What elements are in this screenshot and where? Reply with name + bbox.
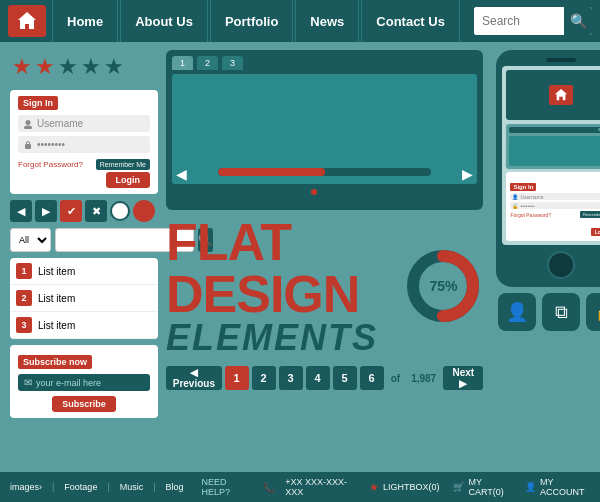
radio-off[interactable] (110, 201, 130, 221)
svg-rect-3 (25, 144, 31, 149)
svg-point-2 (24, 125, 32, 129)
list-item: 3 List item (10, 312, 158, 339)
footer-link-music[interactable]: Music (120, 482, 144, 492)
user-icon-btn[interactable]: 👤 (498, 293, 536, 331)
footer-phone: +XX XXX-XXX-XXX (285, 477, 359, 497)
page-3[interactable]: 3 (279, 366, 303, 390)
page-5[interactable]: 5 (333, 366, 357, 390)
nav-item-about[interactable]: About Us (120, 0, 208, 42)
list-label-3: List item (38, 320, 75, 331)
tab-1[interactable]: 1 (172, 56, 193, 70)
username-field: Username (18, 115, 150, 132)
page-4[interactable]: 4 (306, 366, 330, 390)
nav-item-home[interactable]: Home (52, 0, 118, 42)
filter-dropdown[interactable]: All (10, 228, 51, 252)
list-item: 1 List item (10, 258, 158, 285)
cross-btn[interactable]: ✖ (85, 200, 107, 222)
user-icon (23, 119, 33, 129)
remember-btn[interactable]: Remember Me (96, 159, 150, 170)
main-content: ★ ★ ★ ★ ★ Sign In Username •••••••• Forg… (0, 42, 600, 472)
lock-icon (23, 140, 33, 150)
phone-house-icon (554, 88, 568, 102)
account-icon: 👤 (525, 482, 536, 492)
star-5[interactable]: ★ (104, 54, 124, 80)
dot-2 (322, 189, 328, 195)
page-2[interactable]: 2 (252, 366, 276, 390)
phone-screen: Sign In 👤 Username 🔒 •••••••• Forgot Pas… (502, 66, 600, 245)
cart-label: MY CART(0) (468, 477, 511, 497)
footer-link-images[interactable]: images› (10, 482, 42, 492)
left-panel: ★ ★ ★ ★ ★ Sign In Username •••••••• Forg… (10, 50, 158, 464)
tab-2[interactable]: 2 (197, 56, 218, 70)
lock-icon-btn[interactable]: 🔒 (586, 293, 600, 331)
donut-percent: 75% (429, 278, 457, 294)
phone-home-icon (549, 85, 573, 105)
nav-logo[interactable] (8, 5, 46, 37)
icon-buttons-row: 👤 ⧉ 🔒 (498, 293, 600, 331)
right-panel: Sign In 👤 Username 🔒 •••••••• Forgot Pas… (491, 50, 600, 464)
center-panel: 1 2 3 ◀ ▶ FLAT D (166, 50, 483, 464)
footer-lightbox[interactable]: ★ LIGHTBOX(0) (369, 481, 440, 494)
list-item: 2 List item (10, 285, 158, 312)
subscribe-box: Subscribe now ✉ your e-mail here Subscri… (10, 345, 158, 418)
browser-tabs: 1 2 3 (172, 56, 477, 70)
footer-link-blog[interactable]: Blog (166, 482, 184, 492)
flat-text: FLAT (166, 216, 393, 268)
footer-account[interactable]: 👤 MY ACCOUNT (525, 477, 590, 497)
list-num-1: 1 (16, 263, 32, 279)
check-btn[interactable]: ✔ (60, 200, 82, 222)
subscribe-button[interactable]: Subscribe (52, 396, 116, 412)
phone-login-btn[interactable]: Login (591, 228, 600, 236)
phone-username-field: 👤 Username (510, 193, 600, 200)
star-1[interactable]: ★ (12, 54, 32, 80)
arrow-right[interactable]: ▶ (35, 200, 57, 222)
search-input[interactable] (474, 7, 564, 35)
nav-item-portfolio[interactable]: Portfolio (210, 0, 293, 42)
phone-login: Sign In 👤 Username 🔒 •••••••• Forgot Pas… (506, 172, 600, 241)
footer-right: ★ LIGHTBOX(0) 🛒 MY CART(0) 👤 MY ACCOUNT (369, 477, 590, 497)
flat-title-block: FLAT DESIGN ELEMENTS (166, 216, 393, 356)
tab-3[interactable]: 3 (222, 56, 243, 70)
lightbox-label: LIGHTBOX(0) (383, 482, 440, 492)
star-2[interactable]: ★ (35, 54, 55, 80)
browser-arrow-left[interactable]: ◀ (176, 166, 187, 182)
search-button[interactable]: 🔍 (564, 7, 592, 35)
phone-forgot: Forgot Password? (510, 212, 551, 218)
pagination: ◀ Previous 1 2 3 4 5 6 of 1,987 Next ▶ (166, 362, 483, 394)
nav-item-contact[interactable]: Contact Us (361, 0, 460, 42)
page-1[interactable]: 1 (225, 366, 249, 390)
duplicate-icon-btn[interactable]: ⧉ (542, 293, 580, 331)
radio-on[interactable] (133, 200, 155, 222)
prev-btn[interactable]: ◀ Previous (166, 366, 222, 390)
list-num-3: 3 (16, 317, 32, 333)
login-button[interactable]: Login (106, 172, 151, 188)
list-label-2: List item (38, 293, 75, 304)
page-total: 1,987 (411, 373, 436, 384)
phone-home-button[interactable] (547, 251, 575, 279)
nav-item-news[interactable]: News (295, 0, 359, 42)
arrow-left[interactable]: ◀ (10, 200, 32, 222)
forgot-link[interactable]: Forgot Password? (18, 160, 83, 169)
next-btn[interactable]: Next ▶ (443, 366, 483, 390)
browser-arrow-right[interactable]: ▶ (462, 166, 473, 182)
donut-chart: 75% (403, 246, 483, 326)
navbar: Home About Us Portfolio News Contact Us … (0, 0, 600, 42)
browser-mockup: 1 2 3 ◀ ▶ (166, 50, 483, 210)
list-label-1: List item (38, 266, 75, 277)
search-box: 🔍 (474, 7, 592, 35)
star-4[interactable]: ★ (81, 54, 101, 80)
footer-cart[interactable]: 🛒 MY CART(0) (453, 477, 511, 497)
page-6[interactable]: 6 (360, 366, 384, 390)
phone-password-field: 🔒 •••••••• (510, 202, 600, 209)
footer-link-footage[interactable]: Footage (64, 482, 97, 492)
design-text: DESIGN (166, 268, 393, 320)
star-3[interactable]: ★ (58, 54, 78, 80)
dot-1 (311, 189, 317, 195)
phone-password: •••••••• (520, 203, 534, 209)
forgot-row: Forgot Password? Remember Me (18, 159, 150, 170)
phone-screen-inner (506, 70, 600, 120)
phone-browser (506, 124, 600, 169)
footer: images› | Footage | Music | Blog NEED HE… (0, 472, 600, 502)
phone-icon: 📞 (263, 482, 275, 493)
username-placeholder: Username (37, 118, 83, 129)
